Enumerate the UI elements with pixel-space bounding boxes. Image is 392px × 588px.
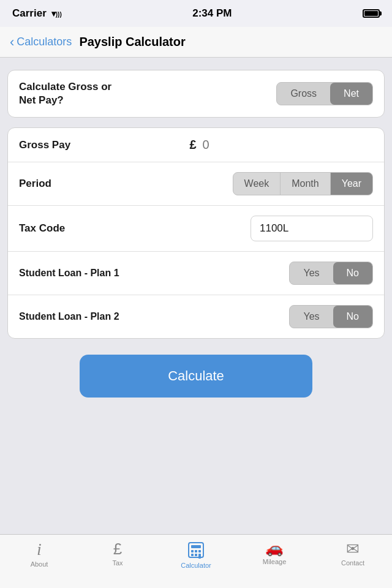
period-toggle[interactable]: Week Month Year <box>233 172 373 195</box>
status-bar: Carrier ▾))) 2:34 PM <box>0 0 392 27</box>
gross-pay-label: Gross Pay <box>19 138 189 152</box>
year-button[interactable]: Year <box>331 173 372 195</box>
gross-net-label: Calculate Gross orNet Pay? <box>19 80 276 107</box>
week-button[interactable]: Week <box>233 173 281 195</box>
back-button[interactable]: ‹ Calculators <box>10 36 72 49</box>
student-loan-2-no-button[interactable]: No <box>333 306 372 328</box>
gross-net-row: Calculate Gross orNet Pay? Gross Net <box>8 70 384 117</box>
calculate-button[interactable]: Calculate <box>80 355 312 398</box>
status-right <box>363 9 380 18</box>
tab-tax[interactable]: £ Tax <box>78 541 157 567</box>
content-area: Calculate Gross orNet Pay? Gross Net Gro… <box>0 58 392 534</box>
nav-bar: ‹ Calculators Payslip Calculator <box>0 27 392 58</box>
svg-rect-6 <box>195 554 197 556</box>
back-label[interactable]: Calculators <box>17 36 72 48</box>
student-loan-2-row: Student Loan - Plan 2 Yes No <box>8 295 384 338</box>
student-loan-1-label: Student Loan - Plan 1 <box>19 267 289 280</box>
tab-contact[interactable]: ✉ Contact <box>314 541 392 567</box>
student-loan-1-yes-button[interactable]: Yes <box>290 262 333 284</box>
tax-code-input[interactable] <box>251 216 373 241</box>
tab-calculator-label: Calculator <box>181 562 211 569</box>
student-loan-1-toggle[interactable]: Yes No <box>289 262 373 285</box>
gross-net-toggle[interactable]: Gross Net <box>276 82 373 105</box>
main-form-card: Gross Pay £ Period Week Month Year Tax C… <box>7 127 385 339</box>
student-loan-2-yes-button[interactable]: Yes <box>290 306 333 328</box>
currency-symbol: £ <box>189 138 196 152</box>
gross-button[interactable]: Gross <box>277 83 330 105</box>
about-icon: i <box>37 541 42 558</box>
status-time: 2:34 PM <box>192 7 232 20</box>
net-button[interactable]: Net <box>330 83 372 105</box>
contact-icon: ✉ <box>346 541 360 557</box>
page-title: Payslip Calculator <box>79 35 185 49</box>
tab-mileage[interactable]: 🚗 Mileage <box>235 541 314 565</box>
carrier-text: Carrier <box>12 7 47 20</box>
svg-rect-2 <box>191 550 194 552</box>
svg-rect-5 <box>191 554 194 556</box>
svg-rect-4 <box>198 550 201 552</box>
month-button[interactable]: Month <box>281 173 330 195</box>
period-row: Period Week Month Year <box>8 162 384 206</box>
period-label: Period <box>19 177 233 190</box>
tab-contact-label: Contact <box>341 559 364 567</box>
gross-pay-row: Gross Pay £ <box>8 128 384 162</box>
gross-pay-input[interactable] <box>203 138 373 152</box>
student-loan-2-toggle[interactable]: Yes No <box>289 305 373 328</box>
wifi-icon: ▾))) <box>51 9 62 18</box>
tab-about-label: About <box>31 560 48 568</box>
svg-rect-7 <box>198 554 201 559</box>
gross-net-card: Calculate Gross orNet Pay? Gross Net <box>7 70 385 118</box>
tax-code-label: Tax Code <box>19 222 251 235</box>
calculate-btn-wrapper: Calculate <box>7 349 385 398</box>
tax-code-row: Tax Code <box>8 206 384 252</box>
status-left: Carrier ▾))) <box>12 7 62 20</box>
tab-calculator[interactable]: Calculator <box>157 541 235 569</box>
tab-bar: i About £ Tax Calculator 🚗 Mileage ✉ Con… <box>0 534 392 588</box>
student-loan-2-label: Student Loan - Plan 2 <box>19 311 289 323</box>
battery-icon <box>363 9 380 18</box>
tab-about[interactable]: i About <box>0 541 78 568</box>
student-loan-1-row: Student Loan - Plan 1 Yes No <box>8 252 384 295</box>
back-chevron-icon: ‹ <box>10 36 14 49</box>
calculator-icon <box>187 541 205 559</box>
tab-tax-label: Tax <box>112 559 123 567</box>
tax-icon: £ <box>113 541 122 557</box>
svg-rect-3 <box>195 550 197 552</box>
svg-rect-1 <box>191 545 201 548</box>
student-loan-1-no-button[interactable]: No <box>333 262 372 284</box>
tab-mileage-label: Mileage <box>263 558 287 565</box>
mileage-icon: 🚗 <box>265 541 284 556</box>
